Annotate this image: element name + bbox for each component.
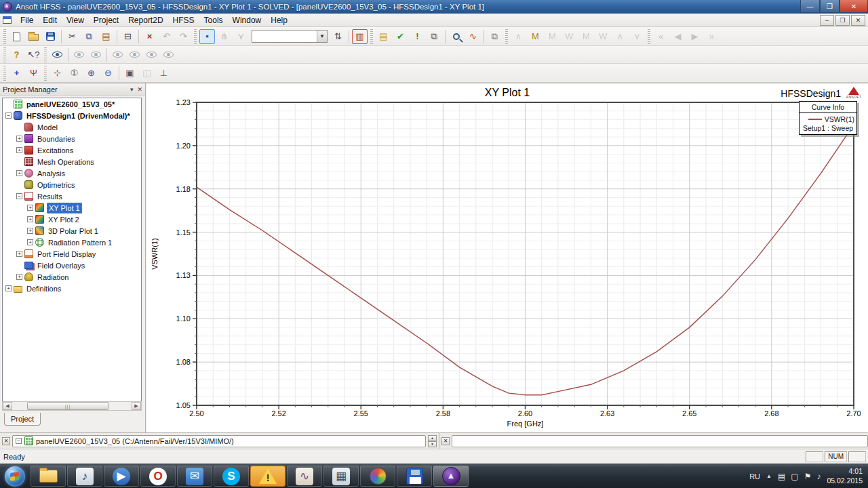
tree-expander-icon[interactable]: − [5, 113, 12, 119]
tree-item-hfssdesign1-drivenmodal[interactable]: −HFSSDesign1 (DrivenModal)* [3, 110, 141, 121]
tray-expand-icon[interactable]: ▲ [766, 473, 772, 479]
tree-item-port-field-display[interactable]: +Port Field Display [3, 248, 141, 260]
tree-item-xy-plot-2[interactable]: +XY Plot 2 [3, 214, 141, 225]
toolbar-grip[interactable] [3, 66, 6, 81]
tree-item-results[interactable]: −Results [3, 190, 141, 202]
tree-expander-icon[interactable]: + [16, 136, 22, 142]
tree-expander-icon[interactable]: + [16, 251, 22, 257]
tree-expander-icon[interactable]: + [16, 147, 22, 153]
toolbar-grip[interactable] [3, 47, 6, 62]
menu-view[interactable]: View [62, 14, 89, 27]
insert-radiation-setup-button[interactable]: Ψ [26, 66, 41, 81]
tree-horizontal-scrollbar[interactable]: ◀ ||| ▶ [2, 401, 142, 411]
taskbar-opera-button[interactable]: O [140, 466, 176, 487]
taskbar-save-tool-button[interactable] [397, 466, 432, 487]
taskbar-paint-button[interactable] [360, 466, 395, 487]
visibility-lock-1-button[interactable] [110, 47, 125, 62]
toolbar-grip[interactable] [505, 29, 508, 44]
tree-item-boundaries[interactable]: +Boundaries [3, 133, 141, 144]
cut-button[interactable]: ✂ [64, 29, 80, 44]
start-button[interactable] [0, 464, 30, 488]
wave-shape-5-button[interactable]: M [578, 29, 594, 44]
taskbar-clock[interactable]: 4:01 05.02.2015 [827, 467, 863, 485]
combo-dropdown-icon[interactable]: ▼ [317, 30, 327, 42]
tray-action-center-icon[interactable]: ⚑ [804, 472, 812, 481]
filter-select-button[interactable]: ⇅ [330, 29, 346, 44]
taskbar-mail-button[interactable]: ✉ [177, 466, 212, 487]
scroll-left-icon[interactable]: ◀ [3, 402, 12, 410]
toolbar-grip[interactable] [44, 47, 47, 62]
menu-hfss[interactable]: HFSS [168, 14, 199, 27]
zoom-out-button[interactable]: ⊖ [100, 66, 116, 81]
new-file-button[interactable] [9, 29, 24, 44]
dynamic-zoom-button[interactable]: ① [66, 66, 82, 81]
tree-expander-icon[interactable]: + [27, 205, 33, 211]
taskbar-skype-button[interactable]: S [214, 466, 249, 487]
fit-all-button[interactable]: ◫ [139, 66, 155, 81]
coordinate-system-combobox[interactable]: ▼ [252, 30, 328, 43]
toolbar-grip[interactable] [648, 29, 650, 44]
solution-setup-button[interactable]: ▥ [352, 29, 368, 44]
taskbar-attention-button[interactable] [250, 466, 285, 487]
scrollbar-thumb[interactable]: ||| [27, 402, 108, 410]
message-pane-close-icon[interactable]: ✕ [2, 437, 10, 445]
hide-selection-button[interactable] [71, 47, 87, 62]
tree-item-definitions[interactable]: +Definitions [3, 283, 141, 294]
last-frame-button[interactable]: » [704, 29, 719, 44]
wave-shape-4-button[interactable]: W [561, 29, 577, 44]
tree-item-model[interactable]: Model [3, 121, 141, 133]
visibility-lock-4-button[interactable] [161, 47, 176, 62]
menu-window[interactable]: Window [228, 14, 267, 27]
chart-canvas[interactable]: 2.502.522.552.582.602.632.652.682.701.05… [146, 83, 868, 433]
copy-report-button[interactable]: ⧉ [487, 29, 502, 44]
show-selection-button[interactable] [88, 47, 104, 62]
tree-expander-icon[interactable]: + [27, 239, 33, 245]
wave-shape-7-button[interactable]: ∧ [612, 29, 628, 44]
delete-button[interactable]: × [142, 29, 157, 44]
analyze-all-button[interactable]: ! [410, 29, 425, 44]
tree-expander-icon[interactable]: + [27, 216, 33, 222]
edit-sources-button[interactable]: ▤ [376, 29, 391, 44]
child-restore-button[interactable]: ❐ [835, 15, 850, 26]
language-indicator[interactable]: RU [749, 472, 760, 481]
tree-item-xy-plot-1[interactable]: +XY Plot 1 [3, 202, 141, 214]
open-button[interactable] [26, 29, 41, 44]
orient-axes-button[interactable]: ⊥ [156, 66, 172, 81]
insert-hfss-design-button[interactable]: + [9, 66, 24, 81]
show-all-visibility-button[interactable] [50, 47, 65, 62]
context-help-button[interactable]: ↖? [26, 47, 41, 62]
tray-update-icon[interactable]: ▤ [778, 472, 785, 481]
menu-edit[interactable]: Edit [38, 14, 62, 27]
menu-file[interactable]: File [16, 14, 38, 27]
progress-pane-close-icon[interactable]: ✕ [441, 437, 450, 445]
tree-expander-icon[interactable]: + [5, 285, 12, 291]
zoom-tool-button[interactable] [448, 29, 464, 44]
tree-item-radiation-pattern-1[interactable]: +Radiation Pattern 1 [3, 237, 141, 248]
tree-expander-icon[interactable]: + [16, 274, 22, 280]
minimize-button[interactable]: — [800, 0, 820, 13]
select-face-button[interactable]: ⋔ [216, 29, 232, 44]
taskbar-ansoft-hfss-button[interactable] [433, 466, 469, 487]
zoom-in-button[interactable]: ⊕ [83, 66, 99, 81]
wave-shape-1-button[interactable]: ∧ [511, 29, 526, 44]
undo-button[interactable]: ↶ [159, 29, 174, 44]
toolbar-grip[interactable] [370, 29, 373, 44]
taskbar-calculator-button[interactable]: ▦ [323, 466, 359, 487]
wave-shape-6-button[interactable]: W [595, 29, 611, 44]
zoom-window-button[interactable]: ▣ [122, 66, 138, 81]
close-button[interactable]: ✕ [840, 0, 868, 13]
tray-network-icon[interactable]: ▢ [791, 472, 798, 481]
solution-data-button[interactable]: ⧉ [427, 29, 442, 44]
create-report-button[interactable]: ∿ [465, 29, 481, 44]
help-topics-button[interactable]: ? [9, 47, 24, 62]
menu-project[interactable]: Project [89, 14, 123, 27]
taskbar-squiggle-app-button[interactable]: ∿ [287, 466, 322, 487]
prev-frame-button[interactable]: ◀ [670, 29, 686, 44]
menu-help[interactable]: Help [266, 14, 292, 27]
visibility-lock-3-button[interactable] [144, 47, 159, 62]
toolbar-grip[interactable] [194, 29, 197, 44]
menu-report2d[interactable]: Report2D [123, 14, 167, 27]
wave-shape-8-button[interactable]: ∨ [629, 29, 645, 44]
redo-button[interactable]: ↷ [176, 29, 191, 44]
tray-volume-icon[interactable]: ♪ [816, 472, 821, 481]
